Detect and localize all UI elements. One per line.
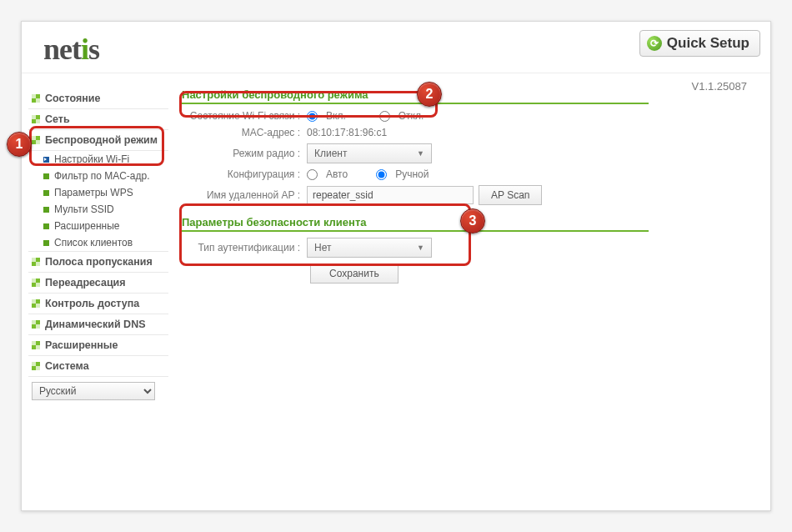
remote-ap-input[interactable] <box>307 186 474 204</box>
menu-bullet-icon <box>32 341 40 349</box>
submenu-bullet-icon <box>43 240 49 246</box>
menu-bullet-icon <box>32 299 40 308</box>
sidebar-sub-clients[interactable]: Список клиентов <box>28 234 168 252</box>
row-wifi-status: Состояние Wi-Fi связи : Вкл. Откл. <box>182 108 649 124</box>
language-select[interactable]: Русский <box>32 382 155 400</box>
menu-bullet-icon <box>32 362 40 370</box>
quick-setup-button[interactable]: ⟳ Quick Setup <box>639 30 760 57</box>
annotation-marker-3: 3 <box>460 208 485 233</box>
row-config: Конфигурация : Авто Ручной <box>182 166 649 183</box>
logo-text: netis <box>43 32 99 67</box>
sidebar-item-bandwidth[interactable]: Полоса пропускания <box>28 252 168 273</box>
menu-bullet-icon <box>32 279 40 287</box>
logo: netis <box>43 32 99 67</box>
wifi-off-radio[interactable] <box>379 111 390 122</box>
annotation-marker-1: 1 <box>7 132 32 157</box>
config-label: Конфигурация : <box>182 168 307 180</box>
radio-label: Режим радио : <box>182 148 307 159</box>
radio-mode-select[interactable]: Клиент <box>307 143 432 163</box>
firmware-version: V1.1.25087 <box>691 80 747 93</box>
menu-bullet-icon <box>32 115 40 123</box>
sidebar-item-advanced[interactable]: Расширенные <box>28 335 168 356</box>
menu-bullet-icon <box>32 320 40 329</box>
sidebar-item-ddns[interactable]: Динамический DNS <box>28 314 168 335</box>
mac-value: 08:10:17:81:96:c1 <box>307 127 387 138</box>
config-auto-text: Авто <box>326 168 348 180</box>
row-auth-type: Тип аутентификации : Нет <box>182 235 649 260</box>
sidebar-item-wireless[interactable]: Беспроводной режим <box>28 130 168 151</box>
auth-type-select[interactable]: Нет <box>307 238 432 258</box>
sidebar-item-access[interactable]: Контроль доступа <box>28 294 168 314</box>
config-manual-text: Ручной <box>395 168 429 180</box>
main-content: Настройки беспроводного режима Состояние… <box>182 88 649 284</box>
mac-label: MAC-адрес : <box>182 127 307 138</box>
config-auto-radio[interactable] <box>307 169 318 180</box>
auth-label: Тип аутентификации : <box>182 242 307 253</box>
wifi-on-radio[interactable] <box>307 111 318 122</box>
row-radio-mode: Режим радио : Клиент <box>182 141 649 166</box>
sidebar-sub-multissid[interactable]: Мульти SSID <box>28 201 168 218</box>
sidebar-sub-wps[interactable]: Параметры WPS <box>28 184 168 201</box>
sidebar-item-status[interactable]: Состояние <box>28 88 168 109</box>
quick-setup-label: Quick Setup <box>667 35 749 52</box>
remote-ap-label: Имя удаленной AP : <box>182 189 307 201</box>
refresh-icon: ⟳ <box>647 36 662 51</box>
wifi-status-label: Состояние Wi-Fi связи : <box>182 110 307 122</box>
wifi-on-text: Вкл. <box>326 110 346 122</box>
divider <box>182 230 649 232</box>
app-frame: netis ⟳ Quick Setup V1.1.25087 Состояние… <box>21 21 771 511</box>
sidebar-sub-advanced[interactable]: Расширенные <box>28 218 168 234</box>
sidebar: Состояние Сеть Беспроводной режим Настро… <box>28 88 168 400</box>
submenu-bullet-icon <box>43 223 49 229</box>
save-button[interactable]: Сохранить <box>310 263 399 284</box>
submenu-bullet-icon <box>43 190 49 196</box>
submenu-bullet-icon <box>43 173 49 179</box>
menu-bullet-icon <box>32 136 40 144</box>
row-mac: MAC-адрес : 08:10:17:81:96:c1 <box>182 124 649 141</box>
submenu-bullet-icon <box>43 157 49 163</box>
divider <box>182 103 649 104</box>
sidebar-item-system[interactable]: Система <box>28 356 168 377</box>
ap-scan-button[interactable]: AP Scan <box>479 185 542 205</box>
menu-bullet-icon <box>32 94 40 103</box>
sidebar-sub-macfilter[interactable]: Фильтр по MAC-адр. <box>28 168 168 184</box>
sidebar-sub-wifi[interactable]: Настройки Wi-Fi <box>28 151 168 168</box>
menu-bullet-icon <box>32 258 40 266</box>
annotation-marker-2: 2 <box>417 82 442 107</box>
sidebar-item-network[interactable]: Сеть <box>28 109 168 130</box>
row-remote-ap: Имя удаленной AP : AP Scan <box>182 183 649 208</box>
wifi-off-text: Откл. <box>399 110 424 122</box>
sidebar-item-forwarding[interactable]: Переадресация <box>28 273 168 294</box>
header: netis ⟳ Quick Setup <box>22 22 770 73</box>
wireless-section-title: Настройки беспроводного режима <box>182 88 649 101</box>
submenu-bullet-icon <box>43 207 49 213</box>
security-section-title: Параметры безопасности клиента <box>182 216 649 228</box>
config-manual-radio[interactable] <box>376 169 387 180</box>
